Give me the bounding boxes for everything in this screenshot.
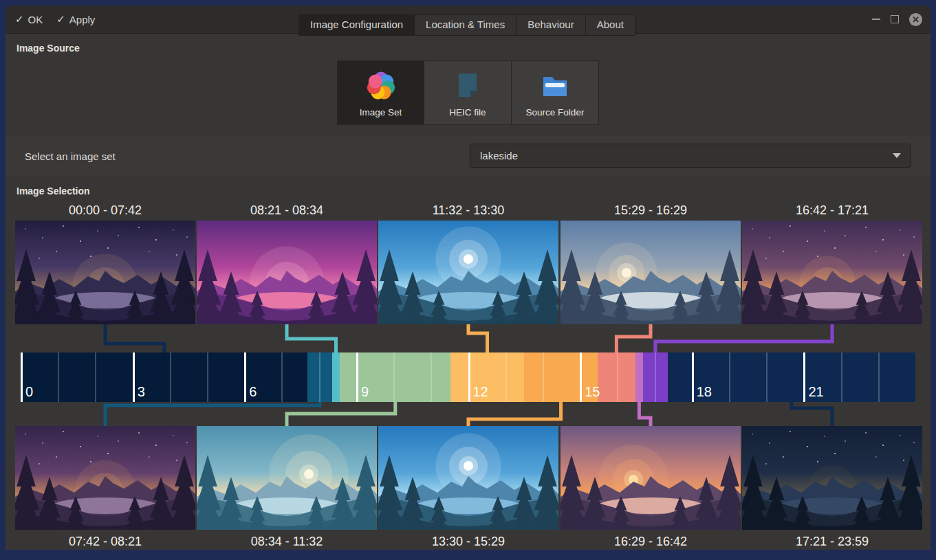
time-range-label: 16:29 - 16:42 xyxy=(560,535,741,549)
time-range-label: 08:34 - 11:32 xyxy=(197,535,377,549)
image-set-dropdown[interactable]: lakeside xyxy=(470,144,911,168)
heic-file-icon xyxy=(451,69,484,102)
chevron-down-icon xyxy=(893,153,901,158)
image-set-icon xyxy=(364,69,398,102)
check-icon: ✓ xyxy=(15,13,24,25)
maximize-icon[interactable] xyxy=(891,15,899,23)
time-range-label: 15:29 - 16:29 xyxy=(560,203,741,218)
image-set-button[interactable]: Image Set xyxy=(337,60,424,125)
wallpaper-thumbnail[interactable] xyxy=(742,426,922,530)
source-type-group: Image Set HEIC file Source Folder xyxy=(337,60,599,125)
timeline-bar[interactable]: 036912151821 xyxy=(21,352,915,402)
heic-file-label: HEIC file xyxy=(449,107,486,117)
titlebar: ✓OK ✓Apply Image Configuration Location … xyxy=(6,5,930,34)
tab-bar: Image Configuration Location & Times Beh… xyxy=(298,14,635,36)
wallpaper-thumbnail[interactable] xyxy=(15,426,195,530)
time-range-label: 00:00 - 07:42 xyxy=(15,203,195,218)
tab-image-configuration[interactable]: Image Configuration xyxy=(298,14,415,36)
wallpaper-thumbnail[interactable] xyxy=(560,426,741,530)
time-range-label: 17:21 - 23:59 xyxy=(742,535,922,549)
tab-about[interactable]: About xyxy=(586,14,635,36)
hour-label: 9 xyxy=(361,384,369,400)
select-image-set-label: Select an image set xyxy=(25,136,116,176)
source-folder-label: Source Folder xyxy=(526,107,585,117)
source-folder-icon xyxy=(538,69,572,102)
hour-label: 12 xyxy=(473,384,488,400)
minimize-icon[interactable] xyxy=(872,19,880,20)
close-icon[interactable]: ✕ xyxy=(909,13,922,26)
time-range-label: 11:32 - 13:30 xyxy=(378,203,558,218)
hour-label: 0 xyxy=(25,384,33,400)
hour-label: 3 xyxy=(138,384,145,400)
tab-location-times[interactable]: Location & Times xyxy=(415,14,516,36)
hour-label: 21 xyxy=(808,384,823,400)
selected-image-set: lakeside xyxy=(480,150,893,161)
tab-behaviour[interactable]: Behaviour xyxy=(516,14,586,36)
image-selection-heading: Image Selection xyxy=(17,186,90,197)
wallpaper-thumbnail[interactable] xyxy=(560,221,741,324)
wallpaper-thumbnail[interactable] xyxy=(378,221,558,324)
apply-button[interactable]: ✓Apply xyxy=(56,13,95,25)
hour-label: 18 xyxy=(697,384,712,400)
time-range-label: 07:42 - 08:21 xyxy=(15,535,195,549)
wallpaper-thumbnail[interactable] xyxy=(742,221,922,324)
image-set-label: Image Set xyxy=(360,107,402,117)
wallpaper-thumbnail[interactable] xyxy=(197,426,377,530)
heic-file-button[interactable]: HEIC file xyxy=(424,60,512,125)
wallpaper-thumbnail[interactable] xyxy=(197,221,377,324)
time-range-label: 16:42 - 17:21 xyxy=(742,203,922,218)
time-range-label: 13:30 - 15:29 xyxy=(378,535,558,549)
wallpaper-thumbnail[interactable] xyxy=(378,426,558,530)
image-source-heading: Image Source xyxy=(17,43,80,54)
hour-label: 15 xyxy=(585,384,600,400)
image-set-select-row: Select an image set lakeside xyxy=(6,136,930,176)
ok-button[interactable]: ✓OK xyxy=(15,13,43,25)
time-range-label: 08:21 - 08:34 xyxy=(197,203,377,218)
source-folder-button[interactable]: Source Folder xyxy=(512,60,599,125)
ok-label: OK xyxy=(28,14,43,25)
wallpaper-thumbnail[interactable] xyxy=(15,221,195,324)
apply-label: Apply xyxy=(69,14,96,25)
check-icon: ✓ xyxy=(56,13,65,25)
hour-label: 6 xyxy=(249,384,257,400)
